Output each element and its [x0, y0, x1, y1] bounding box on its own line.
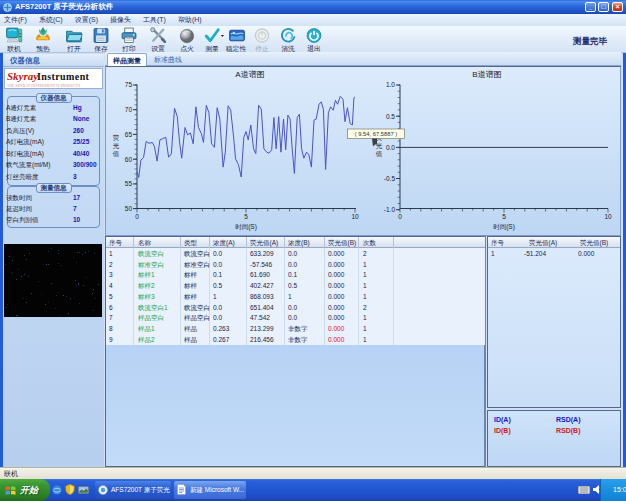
svg-text:70: 70 [125, 106, 133, 113]
svg-text:1.0: 1.0 [386, 81, 395, 88]
svg-text:0.0: 0.0 [386, 144, 395, 151]
svg-text:值: 值 [113, 150, 120, 157]
svg-text:0: 0 [398, 213, 402, 220]
svg-text:-1.0: -1.0 [384, 206, 396, 213]
svg-text:10: 10 [351, 213, 359, 220]
svg-text:50: 50 [125, 205, 133, 212]
svg-text:( 9.54, 67.5887 ): ( 9.54, 67.5887 ) [355, 131, 398, 137]
svg-text:75: 75 [125, 81, 133, 88]
svg-text:60: 60 [125, 156, 133, 163]
svg-text:荧: 荧 [113, 134, 120, 141]
svg-text:5: 5 [244, 213, 248, 220]
svg-text:时间(S): 时间(S) [235, 223, 257, 231]
svg-text:55: 55 [125, 180, 133, 187]
svg-text:0: 0 [135, 213, 139, 220]
svg-text:A道谱图: A道谱图 [235, 70, 264, 79]
svg-text:-0.5: -0.5 [384, 175, 396, 182]
svg-text:B道谱图: B道谱图 [472, 70, 501, 79]
svg-text:值: 值 [376, 150, 383, 157]
svg-text:65: 65 [125, 131, 133, 138]
svg-text:5: 5 [502, 213, 506, 220]
svg-text:光: 光 [113, 142, 120, 150]
svg-text:0.5: 0.5 [386, 113, 395, 120]
svg-text:时间(S): 时间(S) [493, 223, 515, 231]
svg-text:10: 10 [604, 213, 612, 220]
